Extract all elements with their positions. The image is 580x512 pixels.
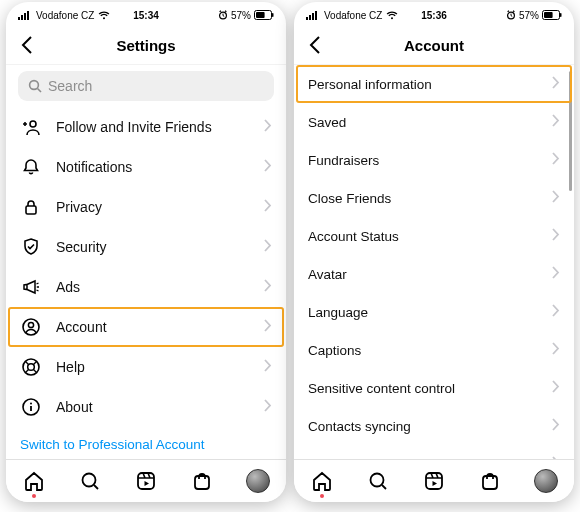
avatar: [246, 469, 270, 493]
svg-point-14: [28, 364, 35, 371]
row-label: Close Friends: [308, 191, 538, 206]
user-circle-icon: [20, 317, 42, 337]
page-title: Account: [404, 37, 464, 54]
row-ads[interactable]: Ads: [6, 267, 286, 307]
meta-brand: Meta: [6, 456, 286, 459]
chevron-right-icon: [264, 198, 272, 216]
tab-search[interactable]: [365, 468, 391, 494]
battery-icon: [254, 10, 274, 20]
row-contacts-syncing[interactable]: Contacts syncing: [294, 407, 574, 445]
tab-home[interactable]: [309, 468, 335, 494]
battery-icon: [542, 10, 562, 20]
svg-rect-18: [138, 473, 154, 489]
battery-pct: 57%: [231, 10, 251, 21]
row-help[interactable]: Help: [6, 347, 286, 387]
row-fundraisers[interactable]: Fundraisers: [294, 141, 574, 179]
row-label: About: [56, 399, 250, 415]
row-label: Follow and Invite Friends: [56, 119, 250, 135]
row-sensitive-content[interactable]: Sensitive content control: [294, 369, 574, 407]
svg-point-17: [83, 474, 96, 487]
row-label: Contacts syncing: [308, 419, 538, 434]
svg-rect-0: [18, 17, 20, 20]
settings-content: Search Follow and Invite Friends Notific…: [6, 65, 286, 459]
row-language[interactable]: Language: [294, 293, 574, 331]
back-button[interactable]: [302, 32, 328, 58]
wifi-icon: [98, 11, 110, 20]
wifi-icon: [386, 11, 398, 20]
row-close-friends[interactable]: Close Friends: [294, 179, 574, 217]
shield-icon: [20, 237, 42, 257]
settings-list: Follow and Invite Friends Notifications …: [6, 107, 286, 427]
row-personal-information[interactable]: Personal information: [294, 65, 574, 103]
row-notifications[interactable]: Notifications: [6, 147, 286, 187]
row-sharing-other-apps[interactable]: Sharing to other apps: [294, 445, 574, 459]
svg-rect-2: [24, 13, 26, 20]
chevron-right-icon: [552, 75, 560, 93]
chevron-right-icon: [552, 151, 560, 169]
search-placeholder: Search: [48, 78, 92, 94]
header: Account: [294, 26, 574, 65]
megaphone-icon: [20, 277, 42, 297]
row-label: Privacy: [56, 199, 250, 215]
row-privacy[interactable]: Privacy: [6, 187, 286, 227]
clock: 15:34: [133, 10, 159, 21]
row-follow-invite[interactable]: Follow and Invite Friends: [6, 107, 286, 147]
chevron-right-icon: [552, 417, 560, 435]
row-label: Sharing to other apps: [308, 457, 538, 460]
row-account-status[interactable]: Account Status: [294, 217, 574, 255]
search-input[interactable]: Search: [18, 71, 274, 101]
tab-bar: [6, 459, 286, 502]
row-label: Ads: [56, 279, 250, 295]
tab-reels[interactable]: [133, 468, 159, 494]
tab-bar: [294, 459, 574, 502]
back-button[interactable]: [14, 32, 40, 58]
svg-rect-19: [195, 476, 209, 489]
chevron-right-icon: [264, 358, 272, 376]
status-bar: Vodafone CZ 15:36 57%: [294, 2, 574, 26]
svg-rect-27: [544, 12, 553, 18]
row-avatar[interactable]: Avatar: [294, 255, 574, 293]
row-captions[interactable]: Captions: [294, 331, 574, 369]
row-label: Sensitive content control: [308, 381, 538, 396]
svg-rect-29: [426, 473, 442, 489]
svg-rect-21: [309, 15, 311, 20]
svg-rect-10: [26, 206, 36, 214]
svg-rect-20: [306, 17, 308, 20]
svg-point-9: [30, 121, 36, 127]
svg-point-28: [371, 474, 384, 487]
signal-icon: [306, 11, 320, 20]
tab-shop[interactable]: [189, 468, 215, 494]
row-saved[interactable]: Saved: [294, 103, 574, 141]
svg-rect-1: [21, 15, 23, 20]
battery-pct: 57%: [519, 10, 539, 21]
chevron-right-icon: [552, 113, 560, 131]
lifesaver-icon: [20, 357, 42, 377]
row-security[interactable]: Security: [6, 227, 286, 267]
svg-rect-6: [272, 13, 274, 17]
chevron-right-icon: [552, 227, 560, 245]
switch-professional-link[interactable]: Switch to Professional Account: [6, 427, 286, 456]
row-label: Account: [56, 319, 250, 335]
tab-shop[interactable]: [477, 468, 503, 494]
svg-rect-23: [315, 11, 317, 20]
person-plus-icon: [20, 117, 42, 137]
row-account[interactable]: Account: [6, 307, 286, 347]
header: Settings: [6, 26, 286, 65]
chevron-right-icon: [552, 379, 560, 397]
chevron-right-icon: [552, 189, 560, 207]
tab-search[interactable]: [77, 468, 103, 494]
chevron-right-icon: [264, 118, 272, 136]
clock: 15:36: [421, 10, 447, 21]
tab-profile[interactable]: [533, 468, 559, 494]
tab-reels[interactable]: [421, 468, 447, 494]
alarm-icon: [506, 10, 516, 20]
row-label: Help: [56, 359, 250, 375]
chevron-right-icon: [264, 398, 272, 416]
tab-profile[interactable]: [245, 468, 271, 494]
tab-home[interactable]: [21, 468, 47, 494]
bell-icon: [20, 157, 42, 177]
svg-point-13: [23, 359, 39, 375]
carrier-label: Vodafone CZ: [324, 10, 382, 21]
svg-rect-7: [256, 12, 265, 18]
row-about[interactable]: About: [6, 387, 286, 427]
